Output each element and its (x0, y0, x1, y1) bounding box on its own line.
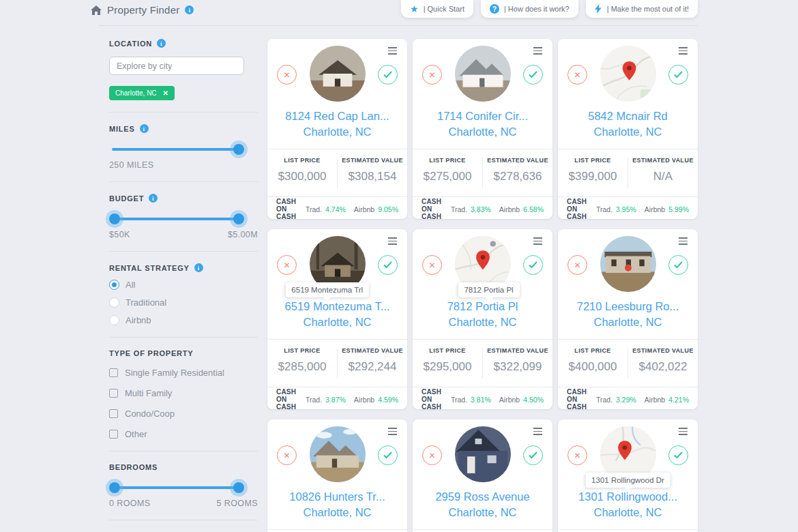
how-does-it-work-button[interactable]: ? | How does it work? (481, 0, 578, 18)
location-chip[interactable]: Charlotte, NC ✕ (109, 86, 175, 100)
reject-button[interactable]: ✕ (277, 255, 297, 275)
trad-value: 3.29% (616, 396, 636, 404)
checkbox-single-family[interactable]: Single Family Residential (109, 368, 258, 378)
chip-close-icon[interactable]: ✕ (163, 89, 168, 97)
property-photo[interactable] (310, 426, 366, 482)
property-map-thumbnail[interactable] (600, 46, 656, 102)
property-address[interactable]: 1714 Conifer Cir... (413, 108, 552, 124)
checkbox-condo-coop-label: Condo/Coop (125, 409, 175, 419)
property-address[interactable]: 5842 Mcnair Rd (558, 108, 698, 124)
property-city[interactable]: Charlotte, NC (413, 124, 552, 140)
radio-icon[interactable] (109, 280, 119, 290)
make-the-most-button[interactable]: | Make the most out of it! (586, 0, 698, 18)
card-menu-icon[interactable] (386, 45, 399, 57)
property-photo[interactable] (455, 46, 511, 102)
bedrooms-slider[interactable] (112, 486, 241, 489)
bedrooms-min-handle[interactable] (109, 482, 120, 493)
property-city[interactable]: Charlotte, NC (267, 314, 407, 330)
card-menu-icon[interactable] (531, 45, 544, 57)
card-menu-icon[interactable] (531, 235, 544, 247)
property-card: ✕ 1301 Rollingwood Dr 1301 Rollingwood..… (558, 419, 698, 532)
accept-button[interactable] (523, 445, 543, 465)
accept-button[interactable] (523, 255, 543, 275)
card-menu-icon[interactable] (386, 426, 399, 437)
radio-all[interactable]: All (109, 280, 258, 290)
city-search-input[interactable] (109, 57, 244, 75)
accept-button[interactable] (668, 445, 688, 465)
property-address[interactable]: 10826 Hunters Tr... (267, 489, 407, 505)
reject-button[interactable]: ✕ (422, 445, 442, 465)
property-address[interactable]: 2959 Ross Avenue (413, 489, 552, 505)
property-card: ✕ 8124 Red Cap Lan... Charlotte, NC LIST… (267, 39, 407, 219)
property-city[interactable]: Charlotte, NC (413, 314, 552, 330)
property-address[interactable]: 7812 Portia Pl (413, 299, 552, 314)
card-menu-icon[interactable] (677, 45, 690, 57)
accept-button[interactable] (523, 65, 543, 85)
card-menu-icon[interactable] (386, 235, 399, 247)
location-chip-label: Charlotte, NC (115, 89, 157, 97)
radio-icon[interactable] (109, 315, 119, 325)
property-city[interactable]: Charlotte, NC (267, 124, 407, 140)
property-address[interactable]: 6519 Montezuma T... (267, 299, 407, 314)
property-photo[interactable] (455, 426, 511, 482)
reject-button[interactable]: ✕ (422, 65, 442, 85)
property-city[interactable]: Charlotte, NC (267, 505, 407, 520)
card-menu-icon[interactable] (677, 235, 690, 247)
rental-strategy-info-icon[interactable]: i (194, 263, 203, 272)
star-icon: ★ (410, 4, 419, 14)
quick-start-button[interactable]: ★ | Quick Start (401, 0, 473, 18)
cash-on-cash-label: CASH ON CASH (567, 198, 588, 219)
question-icon: ? (490, 4, 499, 14)
property-address[interactable]: 8124 Red Cap Lan... (267, 108, 407, 124)
miles-slider[interactable] (112, 148, 241, 151)
reject-button[interactable]: ✕ (422, 255, 442, 275)
property-card: ✕ 7812 Portia Pl 7812 Portia Pl Charlott… (413, 229, 552, 409)
trad-value: 3.81% (471, 396, 491, 404)
checkbox-other[interactable]: Other (109, 429, 258, 439)
radio-traditional[interactable]: Traditional (109, 297, 258, 308)
miles-label: MILES (109, 125, 135, 133)
radio-icon[interactable] (109, 297, 119, 308)
property-photo[interactable] (310, 46, 366, 102)
reject-button[interactable]: ✕ (277, 65, 297, 85)
card-menu-icon[interactable] (677, 426, 690, 437)
budget-info-icon[interactable]: i (149, 194, 158, 203)
reject-button[interactable]: ✕ (277, 445, 297, 465)
reject-button[interactable]: ✕ (567, 65, 587, 85)
accept-button[interactable] (378, 65, 398, 85)
cash-on-cash-label: CASH ON CASH (276, 388, 297, 409)
trad-label: Trad. (306, 396, 322, 404)
estimated-value: $278,636 (483, 170, 552, 183)
property-photo[interactable] (600, 236, 656, 292)
checkbox-icon[interactable] (109, 430, 118, 439)
card-menu-icon[interactable] (531, 426, 544, 437)
budget-min-handle[interactable] (109, 213, 120, 224)
location-info-icon[interactable]: i (157, 39, 166, 48)
property-city[interactable]: Charlotte, NC (558, 314, 698, 330)
reject-button[interactable]: ✕ (567, 255, 587, 275)
checkbox-condo-coop[interactable]: Condo/Coop (109, 409, 258, 419)
reject-button[interactable]: ✕ (567, 445, 587, 465)
info-icon[interactable]: i (185, 5, 194, 14)
bedrooms-max-handle[interactable] (233, 482, 244, 493)
checkbox-icon[interactable] (109, 389, 118, 398)
home-icon (91, 5, 102, 16)
radio-traditional-label: Traditional (125, 297, 166, 308)
miles-slider-handle[interactable] (233, 144, 244, 155)
map-tooltip: 1301 Rollingwood Dr (585, 473, 670, 488)
checkbox-icon[interactable] (109, 368, 118, 377)
accept-button[interactable] (668, 255, 688, 275)
property-city[interactable]: Charlotte, NC (558, 505, 698, 520)
budget-slider[interactable] (112, 218, 241, 220)
accept-button[interactable] (668, 65, 688, 85)
budget-max-handle[interactable] (233, 213, 244, 224)
checkbox-multi-family[interactable]: Multi Family (109, 388, 258, 398)
accept-button[interactable] (378, 445, 398, 465)
property-city[interactable]: Charlotte, NC (413, 505, 552, 520)
checkbox-icon[interactable] (109, 409, 118, 418)
miles-info-icon[interactable]: i (140, 124, 149, 133)
property-address[interactable]: 7210 Leesburg Ro... (558, 299, 698, 314)
radio-airbnb[interactable]: Airbnb (109, 315, 258, 325)
accept-button[interactable] (378, 255, 398, 275)
property-city[interactable]: Charlotte, NC (558, 124, 698, 140)
